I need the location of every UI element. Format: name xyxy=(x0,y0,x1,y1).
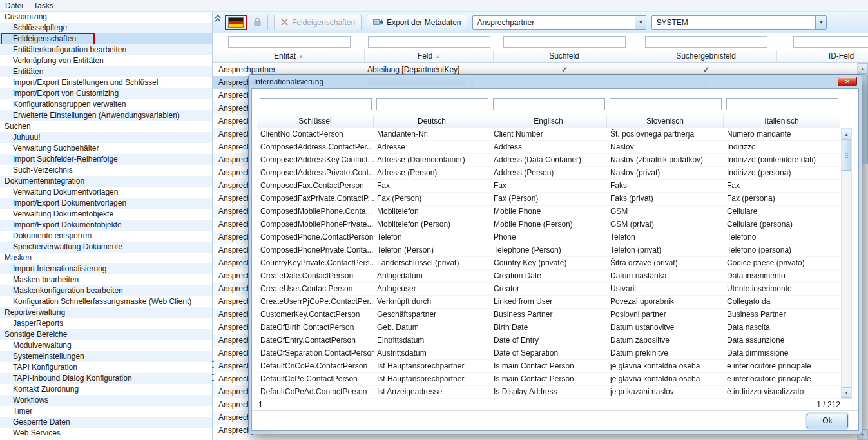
sidebar-item-masken[interactable]: Masken xyxy=(0,253,212,263)
menu-item-datei[interactable]: Datei xyxy=(0,1,28,11)
sidebar-item-import-internationalisierung[interactable]: Import Internationalisierung xyxy=(0,263,212,274)
dialog-row[interactable]: CreateUserrPjCoPe.ContactPer...Verknüpft… xyxy=(257,296,840,309)
scroll-up-icon[interactable]: ▲ xyxy=(842,129,851,140)
sidebar-item-import-export-einstellungen-und-schlüssel[interactable]: Import/Export Einstellungen und Schlüsse… xyxy=(0,77,212,88)
sidebar-item-such-verzeichnis[interactable]: Such-Verzeichnis xyxy=(0,165,212,176)
dialog-row[interactable]: ComposedFaxPrivate.ContactP...Fax (Perso… xyxy=(257,193,840,206)
dialog-row[interactable]: CountryKeyPrivate.ContactPers...Ländersc… xyxy=(257,257,840,270)
dialog-row[interactable]: DefaultCnCoPe.ContactPersonIst Hauptansp… xyxy=(257,360,840,373)
sidebar-item-speicherverwaltung-dokumente[interactable]: Speicherverwaltung Dokumente xyxy=(0,242,212,253)
sidebar-item-gesperrte-daten[interactable]: Gesperrte Daten xyxy=(0,417,212,428)
dialog-row[interactable]: CreateUser.ContactPersonAnlageuserCreato… xyxy=(257,283,840,296)
column-header-suchergebnisfeld[interactable]: Suchergebnisfeld xyxy=(635,50,777,62)
sidebar-item-kontakt-zuordnung[interactable]: Kontakt Zuordnung xyxy=(0,384,212,395)
dialog-row[interactable]: CreateDate.ContactPersonAnlagedatumCreat… xyxy=(257,270,840,283)
dialog-row[interactable]: ComposedFax.ContactPersonFaxFaxFaksFax xyxy=(257,180,840,193)
sidebar-item-masken-bearbeiten[interactable]: Masken bearbeiten xyxy=(0,274,212,285)
dialog-row[interactable]: DefaultCoPe.ContactPersonIst Hauptanspre… xyxy=(257,373,840,386)
splitter-grip-handle[interactable] xyxy=(211,358,215,384)
dialog-row[interactable]: DateOfEntry.ContactPersonEintrittsdatumD… xyxy=(257,334,840,347)
user-combobox[interactable]: SYSTEM ▼ xyxy=(651,15,827,30)
sidebar-item-tapi-inbound-dialog-konfiguration[interactable]: TAPI-Inbound Dialog Konfiguration xyxy=(0,373,212,384)
sidebar-item-timer[interactable]: Timer xyxy=(0,406,212,417)
sidebar-item-verwaltung-suchbehälter[interactable]: Verwaltung Suchbehälter xyxy=(0,143,212,154)
dialog-column-italienisch[interactable]: Italienisch xyxy=(724,115,840,128)
sidebar-item-import-export-dokumentvorlagen[interactable]: Import/Export Dokumentvorlagen xyxy=(0,198,212,209)
entity-combobox[interactable]: Ansprechpartner ▼ xyxy=(472,15,646,30)
chevron-down-icon[interactable]: ▼ xyxy=(635,16,646,29)
filter-input-entitaet[interactable] xyxy=(228,36,351,48)
sidebar-item-juhuuu[interactable]: Juhuuu! xyxy=(0,132,212,143)
scrollbar-thumb[interactable] xyxy=(842,140,851,171)
dialog-row[interactable]: CustomerKey.ContactPersonGeschäftspartne… xyxy=(257,309,840,321)
column-header-id-feld[interactable]: ID-Feld xyxy=(777,50,868,62)
column-header-feld[interactable]: Feld ▲ xyxy=(365,50,494,62)
sidebar-item-import-export-von-customizing[interactable]: Import/Export von Customizing xyxy=(0,88,212,99)
lock-icon[interactable] xyxy=(253,17,262,27)
sidebar-item-konfigurationsgruppen-verwalten[interactable]: Konfigurationsgruppen verwalten xyxy=(0,99,212,110)
dialog-row[interactable]: ComposedAddress.ContactPer...AdresseAddr… xyxy=(257,141,840,154)
filter-input-suchergebnisfeld[interactable] xyxy=(645,36,767,48)
dialog-row[interactable]: ComposedPhonePrivate.Conta...Telefon (Pe… xyxy=(257,244,840,257)
dialog-filter-input-deutsch[interactable] xyxy=(376,98,488,110)
sidebar-item-entitätenkonfiguration-bearbeiten[interactable]: Entitätenkonfiguration bearbeiten xyxy=(0,44,212,55)
dialog-row[interactable]: ComposedMobilePhonePrivate...Mobiltelefo… xyxy=(257,218,840,231)
scroll-down-icon[interactable]: ▼ xyxy=(842,387,851,398)
german-flag-icon[interactable] xyxy=(228,17,244,28)
dialog-row[interactable]: DateOfSeparation.ContactPersonAustrittsd… xyxy=(257,347,840,360)
sidebar-item-workflows[interactable]: Workflows xyxy=(0,395,212,406)
sidebar-item-dokumentenintegration[interactable]: Dokumentenintegration xyxy=(0,176,212,187)
scroll-up-icon[interactable]: ▲ xyxy=(858,63,868,74)
filter-input-id-feld[interactable] xyxy=(793,36,868,48)
dialog-row[interactable]: ComposedAddressPrivate.Cont...Adresse (P… xyxy=(257,167,840,180)
dialog-filter-input-schluessel[interactable] xyxy=(260,98,372,110)
column-header-suchfeld[interactable]: Suchfeld xyxy=(494,50,635,62)
sidebar-item-systemeinstellungen[interactable]: Systemeinstellungen xyxy=(0,351,212,362)
sidebar-item-reportverwaltung[interactable]: Reportverwaltung xyxy=(0,307,212,318)
dialog-column-deutsch[interactable]: Deutsch xyxy=(374,115,490,128)
sidebar-item-verwaltung-dokumentobjekte[interactable]: Verwaltung Dokumentobjekte xyxy=(0,209,212,220)
dialog-column-slovenisch[interactable]: Slovenisch xyxy=(607,115,724,128)
chevron-down-icon[interactable]: ▼ xyxy=(815,16,826,29)
dialog-title-bar[interactable]: Internationalisierung xyxy=(249,75,862,88)
sidebar-item-sonstige-bereiche[interactable]: Sonstige Bereiche xyxy=(0,329,212,340)
sidebar-item-jasperreports[interactable]: JasperReports xyxy=(0,318,212,329)
dialog-filter-input-englisch[interactable] xyxy=(493,98,605,110)
menu-item-tasks[interactable]: Tasks xyxy=(28,1,59,11)
sidebar-item-tapi-konfiguration[interactable]: TAPI Konfiguration xyxy=(0,362,212,373)
sidebar-item-feldeigenschaften[interactable]: Feldeigenschaften xyxy=(0,33,212,44)
feldeigenschaften-button[interactable]: Feldeigenschaften xyxy=(274,15,362,30)
dialog-column-schluessel[interactable]: Schlüssel xyxy=(257,115,374,128)
dialog-filter-input-italienisch[interactable] xyxy=(726,98,838,110)
sidebar-item-customizing[interactable]: Customizing xyxy=(0,12,212,23)
sidebar-item-erweiterte-einstellungen-anwendungsvariablen[interactable]: Erweiterte Einstellungen (Anwendungsvari… xyxy=(0,110,212,121)
sidebar-collapse-button[interactable] xyxy=(214,14,222,24)
dialog-row[interactable]: DefaultCoPeAd.ContactPersonIst Anzeigead… xyxy=(257,386,840,399)
sidebar-item-modulverwaltung[interactable]: Modulverwaltung xyxy=(0,340,212,351)
dialog-row[interactable]: DateOfBirth.ContactPersonGeb. DatumBirth… xyxy=(257,321,840,334)
dialog-row[interactable]: ClientNo.ContactPersonMandanten-Nr.Clien… xyxy=(257,128,840,141)
dialog-filter-input-slovenisch[interactable] xyxy=(610,98,722,110)
dialog-row[interactable]: ComposedMobilePhone.Conta...Mobiltelefon… xyxy=(257,206,840,218)
sidebar-item-maskenkonfiguration-bearbeiten[interactable]: Maskenkonfiguration bearbeiten xyxy=(0,285,212,296)
sidebar-item-entitäten[interactable]: Entitäten xyxy=(0,66,212,77)
sidebar-item-konfiguration-schnellerfassungsmaske-web-client[interactable]: Konfiguration Schnellerfassungsmaske (We… xyxy=(0,296,212,307)
dialog-row[interactable]: ComposedAddressKey.Contact...Adresse (Da… xyxy=(257,154,840,167)
filter-input-feld[interactable] xyxy=(368,36,490,48)
sidebar-item-import-export-dokumentobjekte[interactable]: Import/Export Dokumentobjekte xyxy=(0,220,212,231)
close-button[interactable]: ✕ xyxy=(838,77,857,86)
sidebar-item-import-suchfelder-reihenfolge[interactable]: Import Suchfelder-Reihenfolge xyxy=(0,154,212,165)
dialog-vertical-scrollbar[interactable]: ▲ ▼ xyxy=(841,128,852,399)
sidebar-item-verwaltung-dokumentvorlagen[interactable]: Verwaltung Dokumentvorlagen xyxy=(0,187,212,198)
ok-button[interactable]: Ok xyxy=(807,414,848,428)
sidebar-item-suchen[interactable]: Suchen xyxy=(0,121,212,132)
sidebar-item-dokumente-entsperren[interactable]: Dokumente entsperren xyxy=(0,231,212,242)
dialog-column-englisch[interactable]: Englisch xyxy=(490,115,607,128)
export-metadata-button[interactable]: Export der Metadaten xyxy=(367,15,467,30)
column-header-entitaet[interactable]: Entität ▲ xyxy=(213,50,365,62)
sidebar-item-web-services[interactable]: Web Services xyxy=(0,428,212,439)
sidebar-item-verknüpfung-von-entitäten[interactable]: Verknüpfung von Entitäten xyxy=(0,55,212,66)
dialog-row[interactable]: ComposedPhone.ContactPersonTelefonPhoneT… xyxy=(257,231,840,244)
filter-input-suchfeld[interactable] xyxy=(503,36,626,48)
sidebar-item-schlüsselpflege[interactable]: Schlüsselpflege xyxy=(0,23,212,33)
